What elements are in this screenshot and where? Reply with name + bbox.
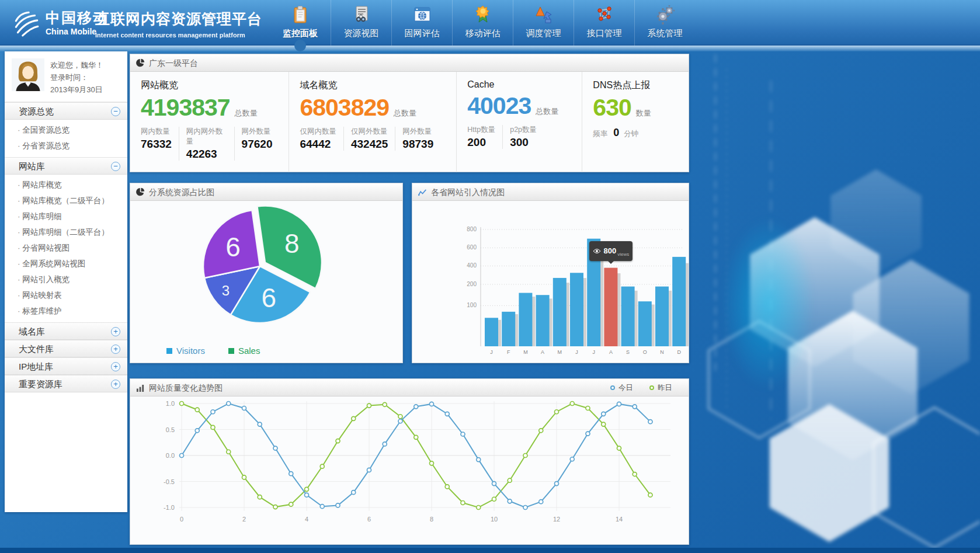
x-tick-label: 4	[305, 516, 308, 523]
sidebar-item-网站库概览[interactable]: 网站库概览	[5, 177, 127, 193]
bar-A-7[interactable]	[604, 268, 617, 346]
trend-panel: 网站质量变化趋势图 今日昨日 024681012141.00.50.0-0.5-…	[130, 378, 689, 545]
expand-icon[interactable]: +	[111, 362, 120, 371]
stat-card-网站概览: 网站概览4193837总数量网内数量76332网内网外数量42263网外数量97…	[130, 72, 289, 172]
sub-stat-网外数量: 网外数量97620	[242, 127, 280, 161]
data-point	[336, 439, 340, 443]
nav-item-label: 系统管理	[635, 28, 695, 39]
data-point	[398, 419, 402, 423]
sidebar-item-标签库维护[interactable]: 标签库维护	[5, 303, 127, 319]
sidebar-item-网站库明细[interactable]: 网站库明细	[5, 208, 127, 224]
sub-stat-value: 76332	[141, 138, 172, 151]
sidebar-section-大文件库[interactable]: 大文件库+	[5, 340, 127, 357]
sidebar-section-IP地址库[interactable]: IP地址库+	[5, 357, 127, 375]
expand-icon[interactable]: +	[111, 380, 120, 389]
x-tick-label: 0	[180, 516, 183, 523]
data-point	[273, 505, 277, 509]
sub-stat-label: p2p数量	[510, 125, 537, 135]
legend-item-昨日[interactable]: 昨日	[649, 379, 672, 397]
interface-network-icon	[595, 5, 614, 25]
nav-item-系统管理[interactable]: 系统管理	[634, 0, 695, 46]
nav-item-固网评估[interactable]: 固网评估	[391, 0, 452, 46]
stat-card-unit: 总数量	[235, 109, 258, 117]
x-tick-label: S	[626, 349, 630, 355]
sub-stat-value: 300	[510, 136, 537, 149]
eye-icon	[593, 246, 601, 256]
data-point	[539, 429, 543, 433]
data-point	[195, 408, 199, 412]
sidebar-section-域名库[interactable]: 域名库+	[5, 322, 127, 340]
gears-icon	[655, 5, 675, 25]
x-tick-label: F	[507, 349, 510, 355]
data-point	[258, 495, 262, 499]
x-tick-label: 10	[491, 516, 498, 523]
section-item-list: 网站库概览网站库概览（二级平台）网站库明细网站库明细（二级平台）分省网站视图全网…	[5, 175, 127, 322]
sub-stat-label: 网外数量	[402, 127, 433, 137]
bar-M-4[interactable]	[553, 278, 567, 346]
stat-card-substats: Http数量200p2p数量300	[467, 125, 572, 149]
sidebar-item-全网系统网站视图[interactable]: 全网系统网站视图	[5, 256, 127, 272]
globe-window-icon	[412, 5, 432, 25]
sub-stat-value: 432425	[351, 138, 388, 151]
legend-item-今日[interactable]: 今日	[610, 379, 633, 397]
legend-ring	[610, 385, 615, 390]
nav-item-调度管理[interactable]: 调度管理	[513, 0, 574, 46]
data-point	[211, 410, 215, 414]
data-point	[477, 506, 481, 510]
bar-F-1[interactable]	[502, 312, 515, 346]
nav-item-移动评估[interactable]: 移动评估	[452, 0, 513, 46]
stat-card-unit: 数量	[636, 109, 651, 117]
sub-stat-网内数量: 网内数量76332	[141, 127, 179, 161]
line-chart[interactable]: 024681012141.00.50.0-0.5-1.0	[130, 397, 689, 544]
sidebar-item-网站映射表[interactable]: 网站映射表	[5, 287, 127, 303]
sub-stat-label: 网内网外数量	[186, 127, 227, 147]
nav-item-监控面板[interactable]: 监控面板	[270, 0, 331, 46]
sidebar-item-全国资源总览[interactable]: 全国资源总览	[5, 122, 127, 138]
sub-stat-p2p数量: p2p数量300	[510, 125, 544, 149]
bar-A-3[interactable]	[536, 295, 550, 346]
y-tick-label: 1.0	[166, 400, 175, 407]
legend-item-Visitors: Visitors	[166, 346, 205, 356]
bar-J-5[interactable]	[570, 273, 583, 346]
bar-chart[interactable]: 100200400600800JFMAMJJASOND800views	[412, 201, 689, 363]
bar-S-8[interactable]	[621, 287, 635, 346]
bar-N-10[interactable]	[655, 287, 669, 346]
sidebar-item-网站库明细（二级平台）[interactable]: 网站库明细（二级平台）	[5, 224, 127, 240]
sidebar-section-资源总览[interactable]: 资源总览−	[5, 102, 127, 120]
expand-icon[interactable]: +	[111, 327, 120, 336]
sidebar-section-网站库[interactable]: 网站库−	[5, 157, 127, 175]
bar-M-2[interactable]	[519, 293, 532, 346]
sidebar-section-重要资源库[interactable]: 重要资源库+	[5, 375, 127, 392]
x-tick-label: 6	[367, 516, 371, 523]
sub-stat-suffix: 分钟	[624, 129, 638, 139]
x-tick-label: D	[677, 349, 681, 355]
pie-icon	[136, 185, 145, 192]
y-tick-label: 200	[467, 281, 477, 287]
data-point	[305, 487, 309, 491]
bar-O-9[interactable]	[638, 301, 652, 346]
collapse-icon[interactable]: −	[111, 107, 120, 116]
data-point	[289, 502, 293, 506]
nav-item-接口管理[interactable]: 接口管理	[574, 0, 634, 46]
sub-stat-label: 网内数量	[141, 127, 172, 137]
sidebar-item-分省资源总览[interactable]: 分省资源总览	[5, 138, 127, 154]
sidebar-item-网站库概览（二级平台）[interactable]: 网站库概览（二级平台）	[5, 193, 127, 208]
sidebar-item-分省网站视图[interactable]: 分省网站视图	[5, 240, 127, 256]
pie-chart[interactable]: 8636	[130, 201, 404, 340]
nav-item-label: 移动评估	[453, 28, 513, 39]
trend-panel-title: 网站质量变化趋势图	[149, 383, 223, 392]
legend-label: 昨日	[658, 379, 672, 397]
data-point	[383, 442, 387, 446]
legend-swatch	[166, 348, 172, 354]
bar-D-11[interactable]	[672, 257, 686, 346]
nav-item-资源视图[interactable]: 资源视图	[331, 0, 391, 46]
expand-icon[interactable]: +	[111, 345, 120, 354]
stat-card-substats: 频率0分钟	[593, 127, 679, 139]
bar-J-0[interactable]	[485, 318, 498, 346]
dispatch-shapes-icon	[534, 5, 554, 25]
x-tick-label: 14	[616, 516, 623, 523]
sidebar-item-网站引入概览[interactable]: 网站引入概览	[5, 272, 127, 287]
data-point	[242, 406, 246, 411]
collapse-icon[interactable]: −	[111, 162, 120, 171]
bar-panel: 各省网站引入情况图 100200400600800JFMAMJJASOND800…	[412, 183, 689, 363]
